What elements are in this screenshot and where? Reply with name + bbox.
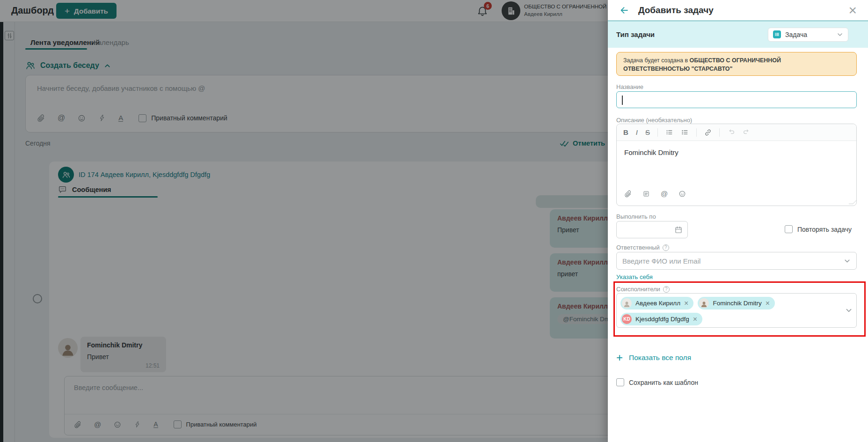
- name-label: Название: [616, 83, 643, 90]
- strikethrough-icon[interactable]: S: [645, 128, 650, 136]
- coexecutors-select[interactable]: Авдеев Кирилл × Fominchik Dmitry × KD Kj…: [616, 293, 857, 328]
- mention-icon[interactable]: @: [661, 190, 668, 198]
- show-all-fields-link[interactable]: + Показать все поля: [616, 352, 691, 363]
- editor-bottom-toolbar: @: [624, 190, 686, 198]
- chip-name: Kjesddgfdfg Dfgdfg: [635, 316, 689, 323]
- redo-icon[interactable]: [743, 128, 751, 136]
- repeat-task-label: Повторять задачу: [797, 226, 852, 233]
- arrow-left-icon: [619, 5, 629, 15]
- remove-chip-icon[interactable]: ×: [693, 316, 697, 323]
- attach-icon[interactable]: [624, 190, 632, 198]
- remove-chip-icon[interactable]: ×: [684, 300, 688, 307]
- avatar-initials: KD: [622, 314, 632, 324]
- task-type-label: Тип задачи: [616, 30, 655, 38]
- due-date-input[interactable]: [616, 221, 688, 238]
- close-button[interactable]: ×: [848, 3, 857, 17]
- coexecutor-chip: Авдеев Кирилл ×: [620, 297, 693, 309]
- coexecutor-chip: Fominchik Dmitry ×: [698, 297, 775, 309]
- panel-header: Добавить задачу ×: [608, 0, 868, 21]
- link-icon[interactable]: [704, 129, 712, 136]
- back-button[interactable]: [619, 5, 629, 15]
- undo-icon[interactable]: [727, 128, 735, 136]
- chevron-down-icon: [845, 307, 853, 314]
- repeat-task-toggle[interactable]: Повторять задачу: [785, 225, 852, 233]
- task-type-icon: [773, 30, 781, 38]
- show-all-fields-label: Показать все поля: [629, 354, 691, 362]
- task-type-band: Тип задачи Задача: [608, 21, 868, 48]
- divider: [719, 128, 720, 137]
- repeat-task-checkbox[interactable]: [785, 225, 793, 233]
- creation-notice: Задача будет создана в ОБЩЕСТВО С ОГРАНИ…: [616, 52, 857, 76]
- panel-title: Добавить задачу: [638, 5, 714, 15]
- task-lines-icon: [774, 31, 780, 37]
- assign-self-link[interactable]: Указать себя: [616, 273, 653, 280]
- emoji-icon[interactable]: [678, 190, 686, 198]
- divider: [696, 128, 697, 137]
- person-icon: [700, 300, 708, 308]
- chevron-down-icon: [844, 258, 851, 265]
- bullet-list-icon[interactable]: [665, 128, 673, 136]
- plus-icon: +: [616, 352, 623, 363]
- task-type-select[interactable]: Задача: [768, 28, 848, 42]
- italic-icon[interactable]: I: [636, 128, 638, 136]
- responsible-select[interactable]: Введите ФИО или Email: [616, 252, 857, 270]
- calendar-icon[interactable]: [674, 226, 683, 234]
- coexecutor-chip: KD Kjesddgfdfg Dfgdfg ×: [620, 313, 702, 325]
- coexecutors-label-row: Соисполнители ?: [616, 286, 670, 293]
- divider: [657, 128, 658, 137]
- chip-name: Авдеев Кирилл: [635, 300, 680, 307]
- chip-name: Fominchik Dmitry: [713, 300, 761, 307]
- editor-toolbar: B I S: [617, 124, 856, 141]
- remove-chip-icon[interactable]: ×: [766, 300, 770, 307]
- task-name-input[interactable]: [616, 91, 857, 108]
- save-template-label: Сохранить как шаблон: [629, 379, 698, 386]
- responsible-label: Ответственный: [616, 244, 660, 251]
- avatar: [699, 298, 709, 308]
- save-template-checkbox[interactable]: [616, 378, 624, 386]
- responsible-label-row: Ответственный ?: [616, 244, 669, 251]
- numbered-list-icon[interactable]: [681, 128, 689, 136]
- bold-icon[interactable]: B: [623, 128, 628, 136]
- help-icon: ?: [663, 286, 670, 293]
- text-caret: [622, 96, 623, 105]
- save-template-toggle[interactable]: Сохранить как шаблон: [616, 378, 698, 386]
- due-date-label: Выполнить по: [616, 213, 656, 220]
- avatar: [622, 298, 632, 308]
- coexecutors-label: Соисполнители: [616, 286, 660, 293]
- responsible-placeholder: Введите ФИО или Email: [622, 257, 700, 265]
- description-editor[interactable]: B I S Fominchik Dmitry @: [616, 124, 857, 206]
- person-icon: [623, 300, 631, 308]
- help-icon: ?: [663, 244, 669, 251]
- notice-text: Задача будет создана в: [623, 57, 688, 64]
- description-text[interactable]: Fominchik Dmitry: [624, 148, 678, 156]
- template-icon[interactable]: [642, 190, 650, 198]
- description-label: Описание (необязательно): [616, 117, 692, 124]
- task-type-value: Задача: [785, 31, 807, 38]
- chevron-down-icon: [837, 31, 843, 38]
- add-task-panel: Добавить задачу × Тип задачи Задача Зада…: [608, 0, 868, 442]
- resize-handle[interactable]: [849, 200, 857, 204]
